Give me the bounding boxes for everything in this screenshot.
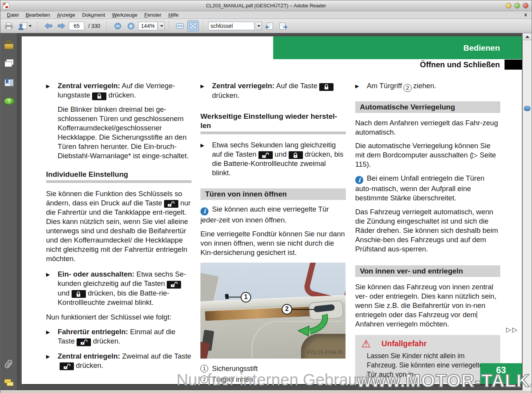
menu-anzeige[interactable]: Anzeige xyxy=(53,11,79,19)
print-button[interactable] xyxy=(3,21,15,31)
collaborate-button[interactable] xyxy=(17,21,33,31)
column-3: Am Türgriff2ziehen. Automatische Verrieg… xyxy=(355,77,500,383)
pdf-app-icon xyxy=(3,2,9,9)
scrollbar-thumb[interactable] xyxy=(524,106,530,111)
text-cursor xyxy=(477,311,477,318)
paragraph: Nach dem Anfahren verriegelt das Fahr-ze… xyxy=(355,118,500,137)
menu-dokument[interactable]: Dokument xyxy=(79,11,108,19)
toolbar-separator xyxy=(37,21,40,31)
close-document-button[interactable]: x xyxy=(523,12,529,17)
plus-circle-icon xyxy=(127,22,135,30)
unlock-key-icon xyxy=(164,200,178,208)
menu-hilfe[interactable]: Hilfe xyxy=(165,11,182,19)
page-canvas: Bedienen Öffnen und Schließen Zentral ve… xyxy=(17,33,532,390)
menu-werkzeuge[interactable]: Werkzeuge xyxy=(109,11,141,19)
instruction-bullet: Ein- oder ausschalten: Etwa sechs Se-kun… xyxy=(46,270,192,307)
heading-individuelle-einstellung: Individuelle Einstellung xyxy=(46,170,192,183)
lock-pin xyxy=(225,294,229,299)
fit-page-button[interactable] xyxy=(187,21,199,31)
minus-circle-icon xyxy=(114,22,121,30)
page-number-input[interactable] xyxy=(69,22,84,30)
toolbar-separator xyxy=(106,21,109,31)
find-next-icon xyxy=(279,22,287,30)
column-1: Zentral verriegeln: Auf die Verriege-lun… xyxy=(46,77,192,375)
find-next-button[interactable] xyxy=(277,21,289,31)
security-lock-icon[interactable] xyxy=(4,40,14,50)
help-icon[interactable]: ? xyxy=(4,97,15,105)
zoom-dropdown-button[interactable] xyxy=(159,22,165,30)
warning-icon: ⚠ xyxy=(361,338,371,350)
chapter-tab-marker xyxy=(505,60,522,70)
maximize-button[interactable] xyxy=(514,3,520,9)
continuation-marker: ▷▷ xyxy=(506,326,518,334)
previous-page-button[interactable] xyxy=(43,21,54,31)
arrow-left-icon xyxy=(44,22,53,29)
comments-panel-icon[interactable] xyxy=(4,379,14,389)
menu-bar: Datei Bearbeiten Anzeige Dokument Werkze… xyxy=(0,11,532,19)
scroll-up-button[interactable] xyxy=(523,34,532,40)
navigation-pane: ? xyxy=(0,33,17,390)
heading-tueren-von-innen-oeffnen: Türen von innen öffnen xyxy=(200,188,346,200)
lock-key-icon xyxy=(289,151,303,159)
toolbar-separator xyxy=(203,21,205,31)
column-2: Zentral verriegeln: Auf die Tastedrücken… xyxy=(200,77,346,386)
instruction-bullet: Zentral entriegeln: Zweimal auf die Tast… xyxy=(46,352,192,371)
dropdown-caret-icon xyxy=(160,25,163,27)
printer-icon xyxy=(4,22,14,30)
paragraph: Eine verriegelte Fondtür können Sie nur … xyxy=(200,229,346,257)
instruction-bullet: Etwa sechs Sekunden lang gleichzeitig au… xyxy=(200,140,346,178)
callout-line xyxy=(229,297,241,298)
instruction-bullet: Zentral verriegeln: Auf die Tastedrücken… xyxy=(200,81,346,100)
fit-page-icon xyxy=(189,22,197,30)
info-icon: i xyxy=(355,176,363,184)
toolbar-separator xyxy=(169,21,171,31)
page-total-label: / 330 xyxy=(88,23,100,29)
bookmarks-panel-icon[interactable] xyxy=(4,78,14,88)
callout-reference-2: 2 xyxy=(404,84,412,92)
info-icon: i xyxy=(200,207,209,215)
paragraph: Die Blinker blinken dreimal bei ge-schlo… xyxy=(46,105,192,161)
document-area: ? Bedienen Öffnen und Schließen Zentral … xyxy=(0,33,532,390)
pages-panel-icon[interactable] xyxy=(4,59,14,69)
find-previous-button[interactable] xyxy=(263,21,275,31)
fit-width-button[interactable] xyxy=(174,21,186,31)
instruction-bullet: Fahrertür entriegeln: Einmal auf die Tas… xyxy=(46,327,192,346)
find-previous-icon xyxy=(265,22,274,30)
unlock-key-icon xyxy=(167,281,181,289)
paragraph: Sie können das Fahrzeug von innen zentra… xyxy=(355,282,500,329)
attachments-panel-icon[interactable] xyxy=(4,359,14,369)
image-reference-code: P72.10-2744-31 xyxy=(307,348,343,357)
search-input[interactable] xyxy=(208,22,255,30)
info-paragraph: iBei einem Unfall entriegeln die Türen a… xyxy=(355,174,500,203)
minimize-button[interactable] xyxy=(506,3,511,9)
vertical-scrollbar[interactable] xyxy=(522,33,532,390)
pdf-page: Bedienen Öffnen und Schließen Zentral ve… xyxy=(22,36,522,384)
watermark-motor-talk: www.MOTOR-TALK.de xyxy=(357,370,532,391)
title-bar[interactable]: CL203_MANUAL.pdf (GESCHÜTZT) – Adobe Rea… xyxy=(0,0,532,11)
heading-automatische-verriegelung: Automatische Verriegelung xyxy=(355,101,500,113)
lock-key-icon xyxy=(319,83,334,91)
fit-width-icon xyxy=(176,22,184,30)
menu-datei[interactable]: Datei xyxy=(3,11,22,19)
lock-key-icon xyxy=(92,92,106,100)
close-button[interactable] xyxy=(523,3,529,9)
warning-title: Unfallgefahr xyxy=(361,339,495,348)
zoom-in-button[interactable] xyxy=(125,21,137,31)
unlock-key-icon xyxy=(77,338,91,346)
watermark-internal-use: Nur fuer internen Gebrauch xyxy=(176,371,374,389)
zoom-level-box[interactable]: 144% xyxy=(138,22,157,30)
chapter-band: Bedienen xyxy=(273,36,522,59)
callout-1: 1 xyxy=(241,292,251,302)
door-interior-illustration: 1 2 P72.10-2744-31 xyxy=(200,263,346,359)
toolbar: / 330 144% xyxy=(0,19,532,33)
menu-bearbeiten[interactable]: Bearbeiten xyxy=(22,11,53,19)
zoom-out-button[interactable] xyxy=(112,21,123,31)
menu-fenster[interactable]: Fenster xyxy=(141,11,165,19)
paragraph: Das Fahrzeug verriegelt automatisch, wen… xyxy=(355,207,500,254)
paragraph: Die automatische Verriegelung können Sie… xyxy=(355,141,500,169)
heading-werkseitige-einstellung: Werkseitige Einstellung wieder herstel-l… xyxy=(200,112,346,134)
instruction-bullet: Zentral verriegeln: Auf die Verriege-lun… xyxy=(46,81,192,100)
window-title: CL203_MANUAL.pdf (GESCHÜTZT) – Adobe Rea… xyxy=(0,3,532,9)
next-page-button[interactable] xyxy=(56,21,67,31)
search-dropdown-button[interactable] xyxy=(256,22,262,30)
